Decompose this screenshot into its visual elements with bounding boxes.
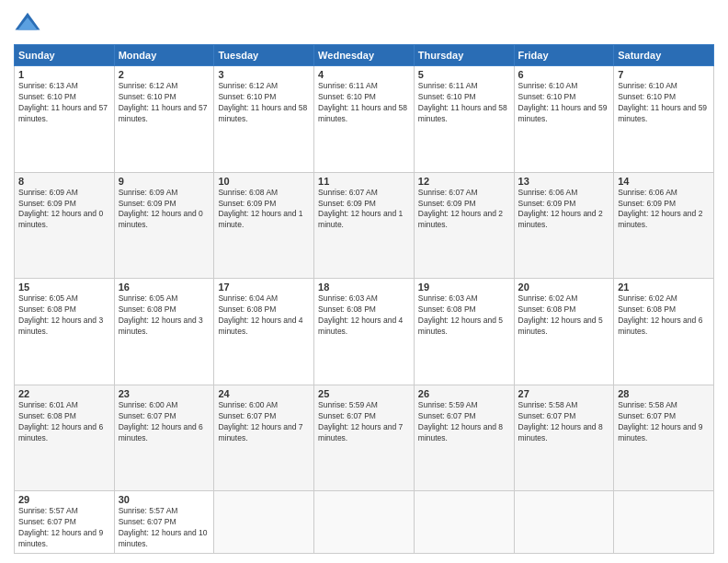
day-number: 9 [119, 176, 210, 187]
calendar-cell: 1Sunrise: 6:13 AMSunset: 6:10 PMDaylight… [15, 66, 115, 173]
calendar-cell [514, 491, 614, 554]
day-number: 29 [18, 494, 110, 505]
logo-icon [14, 9, 41, 37]
day-info: Sunrise: 5:58 AMSunset: 6:07 PMDaylight:… [518, 400, 610, 444]
day-number: 17 [218, 282, 310, 293]
weekday-header-monday: Monday [114, 45, 214, 66]
day-info: Sunrise: 5:57 AMSunset: 6:07 PMDaylight:… [119, 506, 210, 550]
day-number: 24 [218, 388, 310, 399]
day-number: 1 [18, 69, 110, 80]
calendar-cell: 7Sunrise: 6:10 AMSunset: 6:10 PMDaylight… [614, 66, 714, 173]
day-info: Sunrise: 6:01 AMSunset: 6:08 PMDaylight:… [18, 400, 110, 444]
calendar-cell: 30Sunrise: 5:57 AMSunset: 6:07 PMDayligh… [114, 491, 214, 554]
day-info: Sunrise: 5:59 AMSunset: 6:07 PMDaylight:… [418, 400, 510, 444]
calendar-cell [414, 491, 514, 554]
day-info: Sunrise: 6:00 AMSunset: 6:07 PMDaylight:… [218, 400, 310, 444]
logo [14, 9, 45, 37]
day-info: Sunrise: 6:13 AMSunset: 6:10 PMDaylight:… [18, 81, 110, 125]
day-info: Sunrise: 6:09 AMSunset: 6:09 PMDaylight:… [18, 188, 110, 232]
day-number: 16 [119, 282, 210, 293]
day-number: 28 [618, 388, 710, 399]
calendar-cell: 15Sunrise: 6:05 AMSunset: 6:08 PMDayligh… [15, 279, 115, 385]
calendar-cell: 4Sunrise: 6:11 AMSunset: 6:10 PMDaylight… [314, 66, 415, 173]
day-info: Sunrise: 6:07 AMSunset: 6:09 PMDaylight:… [418, 188, 510, 232]
day-number: 7 [618, 69, 710, 80]
calendar-cell: 10Sunrise: 6:08 AMSunset: 6:09 PMDayligh… [214, 172, 314, 279]
calendar-cell: 8Sunrise: 6:09 AMSunset: 6:09 PMDaylight… [15, 172, 115, 279]
calendar-cell: 3Sunrise: 6:12 AMSunset: 6:10 PMDaylight… [214, 66, 314, 173]
calendar-cell: 21Sunrise: 6:02 AMSunset: 6:08 PMDayligh… [614, 279, 714, 385]
day-info: Sunrise: 5:58 AMSunset: 6:07 PMDaylight:… [618, 400, 710, 444]
day-info: Sunrise: 6:02 AMSunset: 6:08 PMDaylight:… [618, 293, 710, 338]
day-number: 11 [318, 176, 410, 187]
weekday-header-thursday: Thursday [414, 45, 514, 66]
day-info: Sunrise: 6:00 AMSunset: 6:07 PMDaylight:… [119, 400, 210, 444]
day-number: 19 [418, 282, 510, 293]
day-info: Sunrise: 5:59 AMSunset: 6:07 PMDaylight:… [318, 400, 410, 444]
calendar-cell: 19Sunrise: 6:03 AMSunset: 6:08 PMDayligh… [414, 279, 514, 385]
calendar-cell: 12Sunrise: 6:07 AMSunset: 6:09 PMDayligh… [414, 172, 514, 279]
day-number: 6 [518, 69, 610, 80]
calendar-cell: 6Sunrise: 6:10 AMSunset: 6:10 PMDaylight… [514, 66, 614, 173]
weekday-header-tuesday: Tuesday [214, 45, 314, 66]
day-info: Sunrise: 6:07 AMSunset: 6:09 PMDaylight:… [318, 188, 410, 232]
calendar-cell: 14Sunrise: 6:06 AMSunset: 6:09 PMDayligh… [614, 172, 714, 279]
weekday-header-row: SundayMondayTuesdayWednesdayThursdayFrid… [15, 45, 714, 66]
day-number: 3 [218, 69, 310, 80]
day-number: 10 [218, 176, 310, 187]
weekday-header-sunday: Sunday [15, 45, 115, 66]
day-number: 4 [318, 69, 410, 80]
day-number: 27 [518, 388, 610, 399]
day-info: Sunrise: 6:03 AMSunset: 6:08 PMDaylight:… [318, 293, 410, 338]
calendar-week-5: 29Sunrise: 5:57 AMSunset: 6:07 PMDayligh… [15, 491, 714, 554]
calendar-cell [614, 491, 714, 554]
calendar-cell: 17Sunrise: 6:04 AMSunset: 6:08 PMDayligh… [214, 279, 314, 385]
calendar-cell: 29Sunrise: 5:57 AMSunset: 6:07 PMDayligh… [15, 491, 115, 554]
day-info: Sunrise: 6:03 AMSunset: 6:08 PMDaylight:… [418, 293, 510, 338]
day-info: Sunrise: 6:06 AMSunset: 6:09 PMDaylight:… [618, 188, 710, 232]
day-number: 2 [119, 69, 210, 80]
header [14, 9, 714, 37]
calendar-cell: 16Sunrise: 6:05 AMSunset: 6:08 PMDayligh… [114, 279, 214, 385]
day-info: Sunrise: 6:10 AMSunset: 6:10 PMDaylight:… [518, 81, 610, 125]
day-number: 5 [418, 69, 510, 80]
calendar-cell: 11Sunrise: 6:07 AMSunset: 6:09 PMDayligh… [314, 172, 415, 279]
calendar-week-3: 15Sunrise: 6:05 AMSunset: 6:08 PMDayligh… [15, 279, 714, 385]
calendar-cell [314, 491, 415, 554]
calendar-cell: 5Sunrise: 6:11 AMSunset: 6:10 PMDaylight… [414, 66, 514, 173]
calendar-cell: 24Sunrise: 6:00 AMSunset: 6:07 PMDayligh… [214, 385, 314, 491]
calendar-cell: 20Sunrise: 6:02 AMSunset: 6:08 PMDayligh… [514, 279, 614, 385]
calendar-cell: 26Sunrise: 5:59 AMSunset: 6:07 PMDayligh… [414, 385, 514, 491]
day-info: Sunrise: 6:09 AMSunset: 6:09 PMDaylight:… [119, 188, 210, 232]
calendar-cell: 23Sunrise: 6:00 AMSunset: 6:07 PMDayligh… [114, 385, 214, 491]
day-info: Sunrise: 6:12 AMSunset: 6:10 PMDaylight:… [119, 81, 210, 125]
calendar-cell: 25Sunrise: 5:59 AMSunset: 6:07 PMDayligh… [314, 385, 415, 491]
day-info: Sunrise: 6:05 AMSunset: 6:08 PMDaylight:… [18, 293, 110, 338]
day-info: Sunrise: 6:12 AMSunset: 6:10 PMDaylight:… [218, 81, 310, 125]
calendar-week-1: 1Sunrise: 6:13 AMSunset: 6:10 PMDaylight… [15, 66, 714, 173]
calendar-cell: 13Sunrise: 6:06 AMSunset: 6:09 PMDayligh… [514, 172, 614, 279]
day-number: 13 [518, 176, 610, 187]
calendar-cell: 18Sunrise: 6:03 AMSunset: 6:08 PMDayligh… [314, 279, 415, 385]
day-number: 8 [18, 176, 110, 187]
day-info: Sunrise: 6:10 AMSunset: 6:10 PMDaylight:… [618, 81, 710, 125]
day-number: 23 [119, 388, 210, 399]
day-number: 25 [318, 388, 410, 399]
day-info: Sunrise: 6:11 AMSunset: 6:10 PMDaylight:… [418, 81, 510, 125]
day-info: Sunrise: 6:08 AMSunset: 6:09 PMDaylight:… [218, 188, 310, 232]
day-number: 20 [518, 282, 610, 293]
weekday-header-wednesday: Wednesday [314, 45, 415, 66]
day-number: 15 [18, 282, 110, 293]
day-info: Sunrise: 5:57 AMSunset: 6:07 PMDaylight:… [18, 506, 110, 550]
calendar-cell [214, 491, 314, 554]
page: SundayMondayTuesdayWednesdayThursdayFrid… [0, 0, 728, 563]
day-info: Sunrise: 6:02 AMSunset: 6:08 PMDaylight:… [518, 293, 610, 338]
calendar: SundayMondayTuesdayWednesdayThursdayFrid… [14, 44, 714, 554]
day-info: Sunrise: 6:06 AMSunset: 6:09 PMDaylight:… [518, 188, 610, 232]
calendar-cell: 22Sunrise: 6:01 AMSunset: 6:08 PMDayligh… [15, 385, 115, 491]
day-number: 26 [418, 388, 510, 399]
day-number: 18 [318, 282, 410, 293]
day-number: 12 [418, 176, 510, 187]
day-number: 21 [618, 282, 710, 293]
calendar-cell: 2Sunrise: 6:12 AMSunset: 6:10 PMDaylight… [114, 66, 214, 173]
